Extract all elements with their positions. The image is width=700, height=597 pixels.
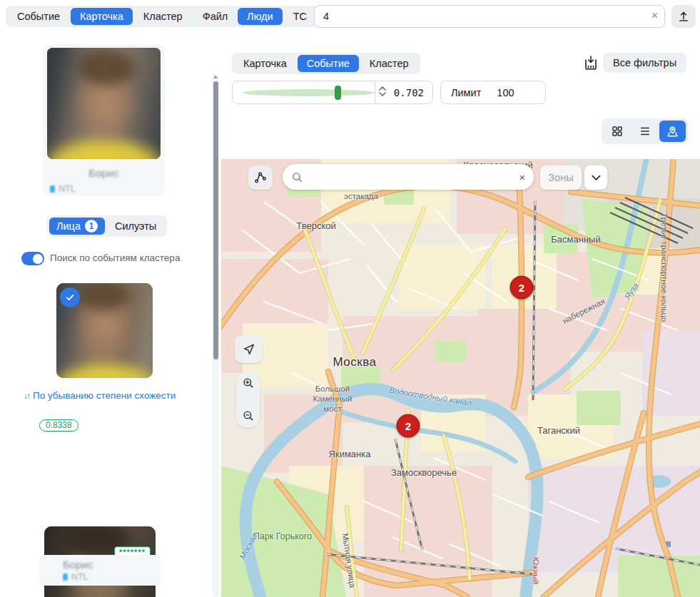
match-card[interactable]: Борис NTL xyxy=(39,555,161,586)
slider-thumb[interactable] xyxy=(335,86,341,100)
limit-control: Лимит 100 xyxy=(440,81,546,104)
query-tag: NTL xyxy=(50,184,76,194)
search-icon xyxy=(291,171,303,183)
map-tiles xyxy=(221,159,700,597)
topbar: Событие Карточка Кластер Файл Люди ТС × xyxy=(0,0,700,34)
cluster-search-toggle[interactable] xyxy=(21,252,44,265)
cluster-marker[interactable]: 2 xyxy=(510,276,534,300)
tab-vehicles[interactable]: ТС xyxy=(284,8,316,25)
entity-tabs: Люди ТС xyxy=(235,6,318,27)
map-search-box: × xyxy=(283,164,534,190)
tag-chip-icon xyxy=(50,185,55,193)
view-list-button[interactable] xyxy=(631,121,658,142)
similarity-value[interactable]: 0.702 xyxy=(390,87,432,98)
zoom-in-button[interactable] xyxy=(242,377,255,389)
tab-result-cluster[interactable]: Кластер xyxy=(360,55,418,72)
sort-arrows-icon: ↓↑ xyxy=(24,391,29,401)
map-container[interactable]: КрасносельскийСамотечнаяэстакадаТверской… xyxy=(221,159,700,597)
cluster-marker[interactable]: 2 xyxy=(397,414,420,438)
tab-event[interactable]: Событие xyxy=(8,8,69,25)
query-photo xyxy=(47,48,161,159)
export-report-button[interactable] xyxy=(578,53,604,74)
tag-chip-icon xyxy=(63,573,68,581)
tab-file[interactable]: Файл xyxy=(193,8,238,25)
chevron-down-icon xyxy=(592,175,601,181)
locate-button[interactable] xyxy=(235,335,263,363)
route-icon xyxy=(253,170,268,185)
tab-silhouettes[interactable]: Силуэты xyxy=(106,218,165,235)
stepper-icon xyxy=(378,86,387,97)
similarity-score-badge: 0.8338 xyxy=(39,419,78,432)
similarity-slider[interactable] xyxy=(243,88,375,97)
similarity-stepper[interactable] xyxy=(375,84,390,101)
view-map-button[interactable] xyxy=(659,121,686,142)
sort-order-button[interactable]: ↓↑ По убыванию степени схожести xyxy=(24,390,176,401)
face-type-tabs: Лица 1 Силуэты xyxy=(47,215,167,237)
tab-faces[interactable]: Лица 1 xyxy=(49,218,105,235)
limit-label: Лимит xyxy=(441,87,481,98)
tab-people[interactable]: Люди xyxy=(238,8,283,25)
route-tool-button[interactable] xyxy=(248,165,273,190)
zoom-out-button[interactable] xyxy=(242,409,255,422)
faces-count-badge: 1 xyxy=(85,220,98,233)
query-name: Борис xyxy=(43,167,165,179)
cluster-toggle-label: Поиск по событиям кластера xyxy=(50,252,180,263)
tab-result-event[interactable]: Событие xyxy=(298,55,359,72)
tab-cluster[interactable]: Кластер xyxy=(134,8,192,25)
map-view-icon xyxy=(666,125,679,138)
map-zoom-controls xyxy=(236,371,260,428)
sidebar: Борис NTL Лица 1 Силуэты Поиск по событи… xyxy=(0,34,221,597)
map-search-input[interactable] xyxy=(309,170,519,183)
grid-view-icon xyxy=(611,125,624,138)
upload-icon xyxy=(677,10,690,23)
export-icon xyxy=(582,54,599,71)
scrollbar-up-arrow[interactable] xyxy=(213,75,218,78)
app-window: Событие Карточка Кластер Файл Люди ТС × xyxy=(0,0,700,597)
selected-check-icon xyxy=(60,287,80,307)
zones-dropdown-button[interactable] xyxy=(584,165,607,190)
global-search: × xyxy=(314,5,665,28)
search-input[interactable] xyxy=(314,5,665,28)
clear-search-icon[interactable]: × xyxy=(651,9,658,22)
result-type-tabs: Карточка Событие Кластер xyxy=(232,53,420,74)
similarity-control: 0.702 xyxy=(232,81,433,104)
map-search-clear-icon[interactable]: × xyxy=(519,171,525,183)
locate-arrow-icon xyxy=(242,342,255,356)
sidebar-scrollbar-thumb[interactable] xyxy=(213,81,218,359)
view-mode-toggle xyxy=(602,118,688,144)
match-name: Борис xyxy=(63,558,93,571)
tab-card[interactable]: Карточка xyxy=(71,8,133,25)
zones-button[interactable]: Зоны xyxy=(540,165,582,190)
list-view-icon xyxy=(639,125,651,138)
limit-input[interactable]: 100 xyxy=(481,87,514,98)
view-grid-button[interactable] xyxy=(604,121,630,142)
zoom-in-icon xyxy=(242,377,255,389)
zoom-out-icon xyxy=(242,409,255,422)
match-tag: NTL xyxy=(63,572,88,582)
selected-face-thumbnail[interactable] xyxy=(56,283,153,378)
mode-tabs: Событие Карточка Кластер Файл xyxy=(6,6,239,27)
upload-button[interactable] xyxy=(671,5,696,28)
tab-result-card[interactable]: Карточка xyxy=(234,55,296,72)
query-card[interactable]: Борис NTL xyxy=(43,44,165,196)
all-filters-button[interactable]: Все фильтры xyxy=(603,53,686,73)
